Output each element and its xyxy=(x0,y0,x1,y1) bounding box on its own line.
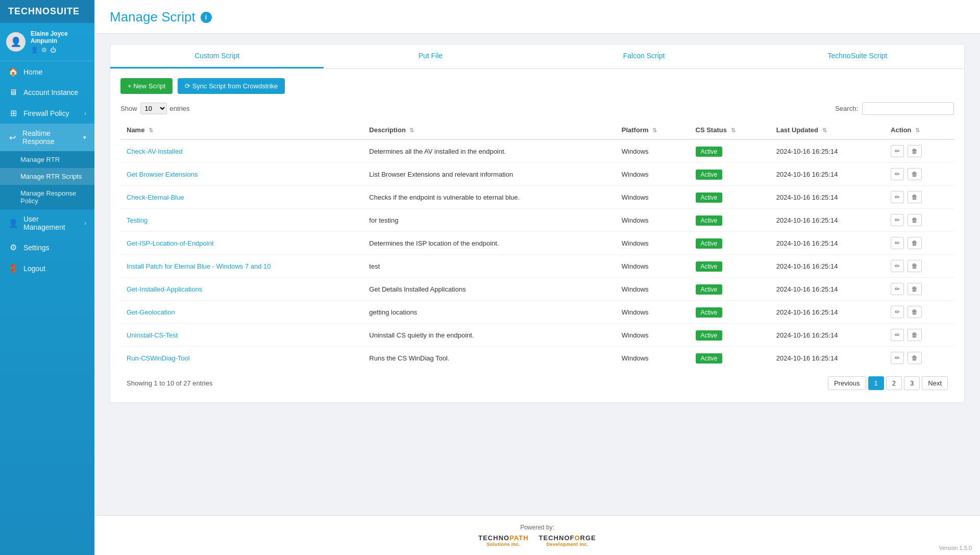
technoforge-logo: TECHNOFORGEDevelopment Inc. xyxy=(539,534,596,547)
edit-button[interactable]: ✏ xyxy=(891,329,904,341)
delete-button[interactable]: 🗑 xyxy=(908,352,922,364)
cell-last-updated: 2024-10-16 16:25:14 xyxy=(770,255,885,278)
cell-name: Check-AV-Installed xyxy=(120,139,363,163)
tab-put-file[interactable]: Put File xyxy=(324,44,537,68)
edit-button[interactable]: ✏ xyxy=(891,237,904,249)
cell-name: Get-Installed-Applications xyxy=(120,278,363,301)
edit-button[interactable]: ✏ xyxy=(891,352,904,364)
entries-label: entries xyxy=(170,105,190,112)
showing-text: Showing 1 to 10 of 27 entries xyxy=(127,379,212,387)
cell-cs-status: Active xyxy=(690,347,770,370)
page-header: Manage Script i xyxy=(94,0,980,34)
avatar: 👤 xyxy=(6,32,26,52)
show-label: Show xyxy=(120,105,137,112)
cell-last-updated: 2024-10-16 16:25:14 xyxy=(770,232,885,255)
sidebar-item-manage-response-policy[interactable]: Manage Response Policy xyxy=(0,185,94,209)
table-row: Install Patch for Eternal Blue - Windows… xyxy=(120,255,954,278)
user-action-icon-3[interactable]: ⏻ xyxy=(50,46,56,54)
cell-cs-status: Active xyxy=(690,324,770,347)
sync-script-button[interactable]: ⟳ Sync Script from Crowdstrike xyxy=(178,78,285,94)
cell-platform: Windows xyxy=(616,186,690,209)
col-cs-status: CS Status ⇅ xyxy=(690,121,770,139)
cell-description: Determines the ISP location of the endpo… xyxy=(363,232,615,255)
edit-button[interactable]: ✏ xyxy=(891,306,904,318)
info-icon[interactable]: i xyxy=(201,12,212,23)
logout-icon: 🚪 xyxy=(8,263,18,273)
sidebar-item-user-management[interactable]: 👤 User Management › xyxy=(0,209,94,237)
cell-name: Uninstall-CS-Test xyxy=(120,324,363,347)
table-controls: Show 10 25 50 100 entries Search: xyxy=(120,102,954,115)
entries-select[interactable]: 10 25 50 100 xyxy=(140,103,167,114)
sidebar-item-account-instance[interactable]: 🖥 Account Instance xyxy=(0,82,94,103)
cell-name: Get-ISP-Location-of-Endpoint xyxy=(120,232,363,255)
edit-button[interactable]: ✏ xyxy=(891,260,904,272)
delete-button[interactable]: 🗑 xyxy=(908,191,922,203)
home-icon: 🏠 xyxy=(8,67,18,77)
realtime-icon: ↩ xyxy=(8,133,17,142)
new-script-button[interactable]: + New Script xyxy=(120,78,173,94)
delete-button[interactable]: 🗑 xyxy=(908,214,922,226)
delete-button[interactable]: 🗑 xyxy=(908,237,922,249)
tabs-container: Custom Script Put File Falcon Script Tec… xyxy=(110,44,965,403)
cell-cs-status: Active xyxy=(690,278,770,301)
sidebar-item-manage-rtr-scripts[interactable]: Manage RTR Scripts xyxy=(0,168,94,185)
technoforge-logo-text: TECHNOFORGEDevelopment Inc. xyxy=(539,534,596,547)
sidebar-item-label-home: Home xyxy=(23,68,42,76)
cell-description: List Browser Extensions and relevant inf… xyxy=(363,163,615,186)
status-badge: Active xyxy=(696,307,723,318)
footer: Powered by: TECHNOPATHSolutions Inc. TEC… xyxy=(94,515,980,555)
tab-technosuite-script[interactable]: TechnoSuite Script xyxy=(751,44,964,68)
edit-button[interactable]: ✏ xyxy=(891,145,904,157)
next-button[interactable]: Next xyxy=(922,376,948,390)
cell-name: Get-Geolocation xyxy=(120,301,363,324)
sidebar-item-label-firewall: Firewall Policy xyxy=(23,109,69,117)
sidebar-item-home[interactable]: 🏠 Home xyxy=(0,61,94,82)
page-1-button[interactable]: 1 xyxy=(868,376,884,390)
cell-last-updated: 2024-10-16 16:25:14 xyxy=(770,139,885,163)
user-action-icon-2[interactable]: ⚙ xyxy=(41,46,47,54)
sidebar-item-manage-rtr[interactable]: Manage RTR xyxy=(0,151,94,168)
cell-last-updated: 2024-10-16 16:25:14 xyxy=(770,209,885,232)
sidebar-item-label-account: Account Instance xyxy=(23,88,78,96)
settings-icon: ⚙ xyxy=(8,243,18,252)
cell-action: ✏ 🗑 xyxy=(885,232,954,255)
footer-logos: TECHNOPATHSolutions Inc. TECHNOFORGEDeve… xyxy=(103,534,972,547)
cell-action: ✏ 🗑 xyxy=(885,209,954,232)
page-2-button[interactable]: 2 xyxy=(886,376,902,390)
user-action-icon-1[interactable]: 👤 xyxy=(31,46,38,54)
cell-description: Get Details Installed Applications xyxy=(363,278,615,301)
previous-button[interactable]: Previous xyxy=(828,376,866,390)
cell-last-updated: 2024-10-16 16:25:14 xyxy=(770,186,885,209)
sidebar-item-logout[interactable]: 🚪 Logout xyxy=(0,258,94,279)
scripts-table: Name ⇅ Description ⇅ Platform ⇅ CS Statu… xyxy=(120,121,954,369)
delete-button[interactable]: 🗑 xyxy=(908,283,922,295)
delete-button[interactable]: 🗑 xyxy=(908,306,922,318)
cell-action: ✏ 🗑 xyxy=(885,324,954,347)
delete-button[interactable]: 🗑 xyxy=(908,329,922,341)
search-container: Search: xyxy=(835,102,954,115)
delete-button[interactable]: 🗑 xyxy=(908,168,922,180)
cell-name: Testing xyxy=(120,209,363,232)
edit-button[interactable]: ✏ xyxy=(891,168,904,180)
table-row: Get-Installed-Applications Get Details I… xyxy=(120,278,954,301)
delete-button[interactable]: 🗑 xyxy=(908,260,922,272)
cell-description: Runs the CS WinDiag Tool. xyxy=(363,347,615,370)
tab-falcon-script[interactable]: Falcon Script xyxy=(537,44,751,68)
cell-last-updated: 2024-10-16 16:25:14 xyxy=(770,324,885,347)
sidebar-item-firewall-policy[interactable]: ⊞ Firewall Policy › xyxy=(0,103,94,124)
sidebar-item-settings[interactable]: ⚙ Settings xyxy=(0,237,94,258)
user-mgmt-icon: 👤 xyxy=(8,219,18,228)
search-label: Search: xyxy=(835,105,858,112)
chevron-down-icon: ▾ xyxy=(83,134,86,141)
search-input[interactable] xyxy=(862,102,954,115)
delete-button[interactable]: 🗑 xyxy=(908,145,922,157)
tab-custom-script[interactable]: Custom Script xyxy=(110,44,324,68)
status-badge: Active xyxy=(696,215,723,226)
edit-button[interactable]: ✏ xyxy=(891,283,904,295)
tab-content: + New Script ⟳ Sync Script from Crowdstr… xyxy=(110,69,964,402)
cell-action: ✏ 🗑 xyxy=(885,139,954,163)
sidebar-item-realtime-response[interactable]: ↩ Realtime Response ▾ xyxy=(0,124,94,151)
edit-button[interactable]: ✏ xyxy=(891,191,904,203)
page-3-button[interactable]: 3 xyxy=(904,376,920,390)
edit-button[interactable]: ✏ xyxy=(891,214,904,226)
